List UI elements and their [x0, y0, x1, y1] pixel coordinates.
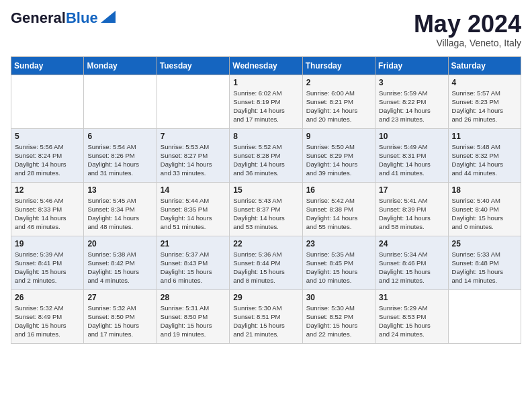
cell-content: Sunrise: 5:36 AMSunset: 8:44 PMDaylight:… — [233, 250, 298, 285]
cell-content: Sunrise: 5:41 AMSunset: 8:39 PMDaylight:… — [379, 196, 444, 232]
week-row-4: 19Sunrise: 5:39 AMSunset: 8:41 PMDayligh… — [11, 236, 521, 289]
cell-content: Sunrise: 5:50 AMSunset: 8:29 PMDaylight:… — [306, 142, 371, 178]
day-number: 7 — [161, 132, 226, 141]
calendar-cell: 24Sunrise: 5:34 AMSunset: 8:46 PMDayligh… — [375, 236, 448, 289]
calendar-cell: 26Sunrise: 5:32 AMSunset: 8:49 PMDayligh… — [11, 289, 84, 343]
cell-content: Sunrise: 5:52 AMSunset: 8:28 PMDaylight:… — [233, 142, 298, 178]
day-number: 31 — [379, 293, 444, 302]
calendar-table: SundayMondayTuesdayWednesdayThursdayFrid… — [11, 56, 521, 344]
day-number: 2 — [306, 78, 371, 87]
week-row-5: 26Sunrise: 5:32 AMSunset: 8:49 PMDayligh… — [11, 289, 521, 343]
cell-content: Sunrise: 5:39 AMSunset: 8:41 PMDaylight:… — [15, 250, 80, 285]
cell-content: Sunrise: 5:30 AMSunset: 8:51 PMDaylight:… — [233, 304, 298, 339]
day-header-monday: Monday — [84, 56, 157, 75]
day-number: 4 — [452, 78, 517, 87]
day-number: 1 — [233, 78, 298, 87]
calendar-cell — [11, 75, 84, 128]
cell-content: Sunrise: 5:48 AMSunset: 8:32 PMDaylight:… — [452, 142, 517, 178]
month-title: May 2024 — [414, 11, 521, 38]
calendar-cell: 13Sunrise: 5:45 AMSunset: 8:34 PMDayligh… — [84, 182, 157, 236]
cell-content: Sunrise: 5:46 AMSunset: 8:33 PMDaylight:… — [15, 196, 80, 232]
calendar-cell: 30Sunrise: 5:30 AMSunset: 8:52 PMDayligh… — [302, 289, 375, 343]
logo: GeneralBlue — [11, 11, 116, 26]
day-number: 14 — [161, 185, 226, 195]
cell-content: Sunrise: 5:49 AMSunset: 8:31 PMDaylight:… — [379, 142, 444, 178]
calendar-cell: 16Sunrise: 5:42 AMSunset: 8:38 PMDayligh… — [302, 182, 375, 236]
calendar-cell: 9Sunrise: 5:50 AMSunset: 8:29 PMDaylight… — [302, 128, 375, 182]
cell-content: Sunrise: 5:29 AMSunset: 8:53 PMDaylight:… — [379, 304, 444, 339]
day-number: 6 — [87, 132, 152, 141]
calendar-cell: 22Sunrise: 5:36 AMSunset: 8:44 PMDayligh… — [230, 236, 302, 289]
cell-content: Sunrise: 5:43 AMSunset: 8:37 PMDaylight:… — [233, 196, 298, 232]
calendar-cell: 2Sunrise: 6:00 AMSunset: 8:21 PMDaylight… — [302, 75, 375, 128]
calendar-cell: 7Sunrise: 5:53 AMSunset: 8:27 PMDaylight… — [157, 128, 229, 182]
calendar-cell: 20Sunrise: 5:38 AMSunset: 8:42 PMDayligh… — [84, 236, 157, 289]
week-row-2: 5Sunrise: 5:56 AMSunset: 8:24 PMDaylight… — [11, 128, 521, 182]
calendar-cell: 18Sunrise: 5:40 AMSunset: 8:40 PMDayligh… — [448, 182, 521, 236]
day-header-saturday: Saturday — [448, 56, 521, 75]
cell-content: Sunrise: 5:31 AMSunset: 8:50 PMDaylight:… — [161, 304, 226, 339]
cell-content: Sunrise: 5:56 AMSunset: 8:24 PMDaylight:… — [15, 142, 80, 178]
calendar-cell: 15Sunrise: 5:43 AMSunset: 8:37 PMDayligh… — [230, 182, 302, 236]
calendar-cell: 17Sunrise: 5:41 AMSunset: 8:39 PMDayligh… — [375, 182, 448, 236]
day-number: 21 — [161, 239, 226, 248]
calendar-cell — [157, 75, 229, 128]
day-number: 3 — [379, 78, 444, 87]
cell-content: Sunrise: 5:54 AMSunset: 8:26 PMDaylight:… — [87, 142, 152, 178]
calendar-cell: 3Sunrise: 5:59 AMSunset: 8:22 PMDaylight… — [375, 75, 448, 128]
day-number: 27 — [87, 293, 152, 302]
cell-content: Sunrise: 5:53 AMSunset: 8:27 PMDaylight:… — [161, 142, 226, 178]
day-number: 22 — [233, 239, 298, 248]
day-number: 29 — [233, 293, 298, 302]
calendar-cell: 4Sunrise: 5:57 AMSunset: 8:23 PMDaylight… — [448, 75, 521, 128]
logo-text: GeneralBlue — [11, 11, 98, 26]
day-number: 10 — [379, 132, 444, 141]
day-number: 19 — [15, 239, 80, 248]
svg-marker-0 — [101, 11, 116, 23]
calendar-cell: 19Sunrise: 5:39 AMSunset: 8:41 PMDayligh… — [11, 236, 84, 289]
cell-content: Sunrise: 5:35 AMSunset: 8:45 PMDaylight:… — [306, 250, 371, 285]
location: Villaga, Veneto, Italy — [414, 38, 521, 48]
day-header-friday: Friday — [375, 56, 448, 75]
day-number: 25 — [452, 239, 517, 248]
cell-content: Sunrise: 5:38 AMSunset: 8:42 PMDaylight:… — [87, 250, 152, 285]
cell-content: Sunrise: 5:42 AMSunset: 8:38 PMDaylight:… — [306, 196, 371, 232]
day-header-sunday: Sunday — [11, 56, 84, 75]
day-number: 30 — [306, 293, 371, 302]
header-row: SundayMondayTuesdayWednesdayThursdayFrid… — [11, 56, 521, 75]
cell-content: Sunrise: 6:02 AMSunset: 8:19 PMDaylight:… — [233, 89, 298, 124]
page-header: GeneralBlue May 2024 Villaga, Veneto, It… — [11, 11, 521, 48]
day-header-wednesday: Wednesday — [230, 56, 302, 75]
day-number: 16 — [306, 185, 371, 195]
cell-content: Sunrise: 5:40 AMSunset: 8:40 PMDaylight:… — [452, 196, 517, 232]
day-number: 23 — [306, 239, 371, 248]
calendar-cell — [84, 75, 157, 128]
cell-content: Sunrise: 6:00 AMSunset: 8:21 PMDaylight:… — [306, 89, 371, 124]
cell-content: Sunrise: 5:33 AMSunset: 8:48 PMDaylight:… — [452, 250, 517, 285]
day-number: 24 — [379, 239, 444, 248]
calendar-cell: 12Sunrise: 5:46 AMSunset: 8:33 PMDayligh… — [11, 182, 84, 236]
day-number: 9 — [306, 132, 371, 141]
logo-arrow-icon — [101, 11, 116, 23]
day-number: 13 — [87, 185, 152, 195]
cell-content: Sunrise: 5:44 AMSunset: 8:35 PMDaylight:… — [161, 196, 226, 232]
day-number: 20 — [87, 239, 152, 248]
calendar-cell — [448, 289, 521, 343]
calendar-cell: 28Sunrise: 5:31 AMSunset: 8:50 PMDayligh… — [157, 289, 229, 343]
day-number: 18 — [452, 185, 517, 195]
calendar-cell: 8Sunrise: 5:52 AMSunset: 8:28 PMDaylight… — [230, 128, 302, 182]
calendar-cell: 11Sunrise: 5:48 AMSunset: 8:32 PMDayligh… — [448, 128, 521, 182]
calendar-cell: 1Sunrise: 6:02 AMSunset: 8:19 PMDaylight… — [230, 75, 302, 128]
calendar-cell: 27Sunrise: 5:32 AMSunset: 8:50 PMDayligh… — [84, 289, 157, 343]
day-number: 5 — [15, 132, 80, 141]
week-row-3: 12Sunrise: 5:46 AMSunset: 8:33 PMDayligh… — [11, 182, 521, 236]
cell-content: Sunrise: 5:30 AMSunset: 8:52 PMDaylight:… — [306, 304, 371, 339]
cell-content: Sunrise: 5:32 AMSunset: 8:49 PMDaylight:… — [15, 304, 80, 339]
calendar-cell: 23Sunrise: 5:35 AMSunset: 8:45 PMDayligh… — [302, 236, 375, 289]
cell-content: Sunrise: 5:57 AMSunset: 8:23 PMDaylight:… — [452, 89, 517, 124]
calendar-cell: 31Sunrise: 5:29 AMSunset: 8:53 PMDayligh… — [375, 289, 448, 343]
cell-content: Sunrise: 5:34 AMSunset: 8:46 PMDaylight:… — [379, 250, 444, 285]
day-number: 28 — [161, 293, 226, 302]
calendar-cell: 6Sunrise: 5:54 AMSunset: 8:26 PMDaylight… — [84, 128, 157, 182]
day-header-thursday: Thursday — [302, 56, 375, 75]
